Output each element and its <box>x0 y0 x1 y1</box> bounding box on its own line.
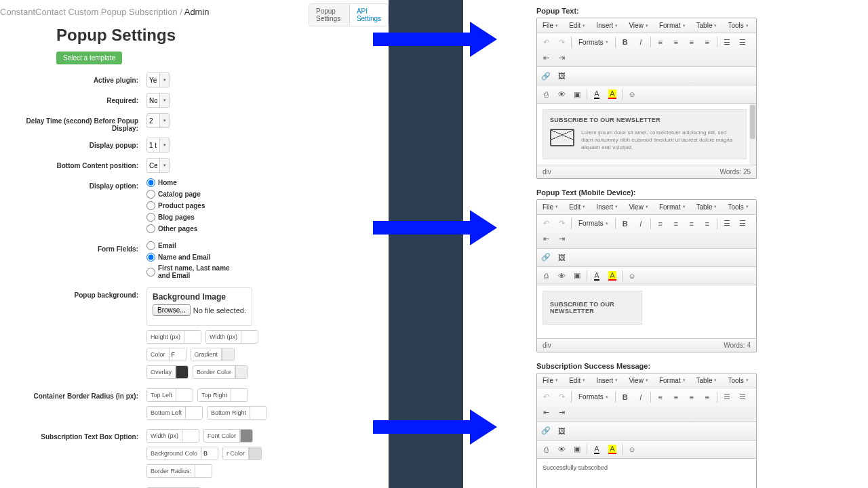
radio-blog[interactable] <box>146 213 155 222</box>
indent-icon[interactable]: ⇥ <box>554 232 569 247</box>
indent-icon[interactable]: ⇥ <box>554 405 569 420</box>
outdent-icon[interactable]: ⇤ <box>538 405 553 420</box>
bold-icon[interactable]: B <box>618 390 633 405</box>
backcolor-icon[interactable]: A <box>605 87 620 102</box>
backcolor-icon[interactable]: A <box>605 268 620 283</box>
radio-full[interactable] <box>146 268 155 277</box>
menu-insert[interactable]: Insert <box>591 373 623 388</box>
display-popup-select[interactable] <box>146 138 160 152</box>
br-input[interactable] <box>250 407 267 419</box>
editor-content[interactable]: Successfully subscribed <box>537 459 756 488</box>
height-input[interactable] <box>184 331 201 343</box>
menu-file[interactable]: File <box>537 200 564 214</box>
menu-tools[interactable]: Tools <box>722 18 753 33</box>
bold-icon[interactable]: B <box>618 216 633 231</box>
chevron-down-icon[interactable]: ▾ <box>160 113 170 128</box>
align-center-icon[interactable]: ≡ <box>669 216 684 231</box>
radio-email[interactable] <box>146 241 155 250</box>
radio-catalog[interactable] <box>146 190 155 199</box>
editor-content[interactable]: SUBSCRIBE TO OUR NEWSLETTER <box>537 285 756 338</box>
backcolor-icon[interactable]: A <box>605 442 620 457</box>
menu-view[interactable]: View <box>623 373 654 388</box>
menu-edit[interactable]: Edit <box>564 18 591 33</box>
editor-content[interactable]: SUBSCRIBE TO OUR NEWSLETTER Lorem ipsum … <box>537 104 756 165</box>
redo-icon[interactable]: ↷ <box>554 216 569 231</box>
number-list-icon[interactable]: ☰ <box>735 35 750 49</box>
emoticon-icon[interactable]: ☺ <box>625 268 639 283</box>
bottom-content-select[interactable] <box>146 158 160 173</box>
tb-fontcolor-swatch[interactable] <box>240 430 252 442</box>
redo-icon[interactable]: ↷ <box>554 35 569 49</box>
tr-input[interactable] <box>231 389 248 401</box>
image-icon[interactable]: 🖼 <box>554 68 569 83</box>
media-icon[interactable]: ▣ <box>570 442 585 457</box>
link-icon[interactable]: 🔗 <box>538 68 553 83</box>
undo-icon[interactable]: ↶ <box>538 390 553 405</box>
width-input[interactable] <box>241 331 258 343</box>
bullet-list-icon[interactable]: ☰ <box>719 390 734 405</box>
image-icon[interactable]: 🖼 <box>554 250 569 265</box>
align-center-icon[interactable]: ≡ <box>669 35 684 49</box>
required-select[interactable] <box>146 93 160 108</box>
tb-bgcolor-input[interactable] <box>201 447 218 460</box>
menu-edit[interactable]: Edit <box>564 373 591 388</box>
align-right-icon[interactable]: ≡ <box>684 390 699 405</box>
radio-other[interactable] <box>146 224 155 233</box>
align-justify-icon[interactable]: ≡ <box>700 390 715 405</box>
indent-icon[interactable]: ⇥ <box>554 50 569 65</box>
menu-insert[interactable]: Insert <box>591 18 623 33</box>
link-icon[interactable]: 🔗 <box>538 424 553 439</box>
menu-format[interactable]: Format <box>654 18 691 33</box>
align-left-icon[interactable]: ≡ <box>653 35 668 49</box>
align-justify-icon[interactable]: ≡ <box>700 35 715 49</box>
menu-tools[interactable]: Tools <box>722 200 753 214</box>
color-input[interactable] <box>170 348 186 361</box>
bl-input[interactable] <box>186 407 202 419</box>
menu-table[interactable]: Table <box>691 373 723 388</box>
overlay-swatch[interactable] <box>176 366 188 378</box>
image-icon[interactable]: 🖼 <box>554 424 569 439</box>
print-icon[interactable]: ⎙ <box>538 442 553 457</box>
align-left-icon[interactable]: ≡ <box>653 390 668 405</box>
media-icon[interactable]: ▣ <box>570 268 585 283</box>
menu-file[interactable]: File <box>537 18 564 33</box>
tb-radius-input[interactable] <box>195 465 212 477</box>
tl-input[interactable] <box>176 389 193 401</box>
align-left-icon[interactable]: ≡ <box>653 216 668 231</box>
menu-file[interactable]: File <box>537 373 564 388</box>
radio-name-email[interactable] <box>146 253 155 262</box>
menu-edit[interactable]: Edit <box>564 200 591 214</box>
undo-icon[interactable]: ↶ <box>538 216 553 231</box>
align-justify-icon[interactable]: ≡ <box>700 216 715 231</box>
radio-product[interactable] <box>146 201 155 210</box>
menu-view[interactable]: View <box>623 18 654 33</box>
media-icon[interactable]: ▣ <box>570 87 585 102</box>
preview-icon[interactable]: 👁 <box>554 442 569 457</box>
tab-popup-settings[interactable]: Popup Settings <box>309 4 349 26</box>
italic-icon[interactable]: I <box>633 390 648 405</box>
menu-format[interactable]: Format <box>654 200 691 214</box>
emoticon-icon[interactable]: ☺ <box>625 442 639 457</box>
preview-icon[interactable]: 👁 <box>554 268 569 283</box>
tb-bordercolor-swatch[interactable] <box>249 447 261 460</box>
print-icon[interactable]: ⎙ <box>538 87 553 102</box>
number-list-icon[interactable]: ☰ <box>735 390 750 405</box>
formats-dropdown[interactable]: Formats <box>574 35 613 49</box>
preview-icon[interactable]: 👁 <box>554 87 569 102</box>
gradient-swatch[interactable] <box>222 348 234 361</box>
chevron-down-icon[interactable]: ▾ <box>160 73 170 87</box>
active-plugin-select[interactable] <box>146 73 160 87</box>
menu-table[interactable]: Table <box>691 18 723 33</box>
formats-dropdown[interactable]: Formats <box>574 216 613 231</box>
scrollbar[interactable] <box>749 104 756 165</box>
align-right-icon[interactable]: ≡ <box>684 35 699 49</box>
bullet-list-icon[interactable]: ☰ <box>719 216 734 231</box>
redo-icon[interactable]: ↷ <box>554 390 569 405</box>
menu-tools[interactable]: Tools <box>722 373 753 388</box>
outdent-icon[interactable]: ⇤ <box>538 232 553 247</box>
link-icon[interactable]: 🔗 <box>538 250 553 265</box>
menu-view[interactable]: View <box>623 200 654 214</box>
forecolor-icon[interactable]: A <box>589 268 604 283</box>
menu-format[interactable]: Format <box>654 373 691 388</box>
chevron-down-icon[interactable]: ▾ <box>160 138 170 152</box>
